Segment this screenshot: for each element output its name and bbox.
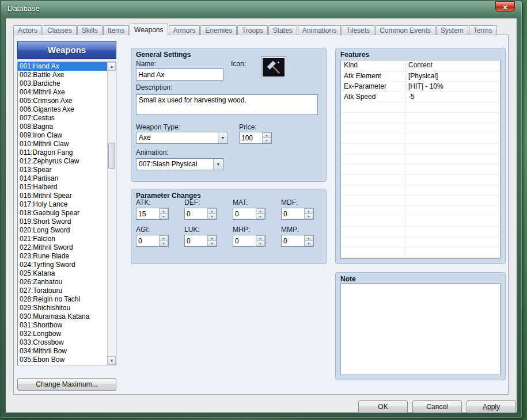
feature-row-empty[interactable] [341,237,500,247]
param-mat-spinner-input[interactable] [233,208,256,219]
weapon-item-003[interactable]: 003:Bardiche [18,79,107,88]
feature-row-empty[interactable] [341,216,500,227]
feature-row-empty[interactable] [341,133,500,144]
feature-row-empty[interactable] [341,206,500,216]
weapon-item-015[interactable]: 015:Halberd [18,183,107,192]
close-button[interactable]: ✕ [495,1,515,12]
change-maximum-button[interactable]: Change Maximum... [17,378,116,391]
weapon-item-029[interactable]: 029:Shichishitou [18,304,107,312]
tab-actors[interactable]: Actors [13,25,42,35]
param-def-spinner[interactable]: ▲▼ [184,208,217,220]
weapon-item-025[interactable]: 025:Katana [18,269,107,278]
param-mmp-spinner[interactable]: ▲▼ [281,235,314,247]
weapon-item-028[interactable]: 028:Reigin no Tachi [18,295,107,304]
animation-dropdown[interactable]: 007:Slash Physical ▼ [136,158,223,170]
dropdown-arrow-icon[interactable]: ▼ [218,132,228,143]
spinner-down-icon[interactable]: ▼ [262,138,271,143]
feature-row-empty[interactable] [341,123,500,133]
param-agi-spinner[interactable]: ▲▼ [136,235,169,247]
weapon-item-027[interactable]: 027:Toratouru [18,287,107,295]
param-agi-spinner-input[interactable] [137,235,159,246]
param-mat-spinner[interactable]: ▲▼ [233,208,266,220]
scroll-up-icon[interactable]: ▲ [108,62,116,71]
weapon-item-013[interactable]: 013:Spear [18,166,107,174]
weapon-item-011[interactable]: 011:Dragon Fang [18,148,107,157]
weapon-item-017[interactable]: 017:Holy Lance [18,200,107,209]
tab-classes[interactable]: Classes [43,25,77,35]
weapon-item-033[interactable]: 033:Crossbow [18,338,107,347]
weapon-item-034[interactable]: 034:Mithril Bow [18,347,107,356]
param-luk-spinner-input[interactable] [185,235,207,246]
weapon-item-012[interactable]: 012:Zephyrus Claw [18,157,107,166]
feature-row[interactable]: Atk Speed-5 [341,92,500,102]
feature-row-empty[interactable] [341,185,500,196]
weapon-type-dropdown[interactable]: Axe ▼ [136,132,228,144]
name-input[interactable] [136,68,223,81]
param-luk-spinner[interactable]: ▲▼ [184,235,217,247]
tab-items[interactable]: Items [103,25,129,35]
tab-weapons[interactable]: Weapons [130,24,168,36]
list-scrollbar[interactable]: ▲ ▼ [107,62,116,365]
feature-row-empty[interactable] [341,113,500,123]
spinner-down-icon[interactable]: ▼ [207,213,217,219]
apply-button[interactable]: Apply [467,400,516,413]
tab-tilesets[interactable]: Tilesets [342,25,374,35]
param-atk-spinner-input[interactable] [137,208,159,219]
scroll-down-icon[interactable]: ▼ [108,356,116,365]
weapon-item-010[interactable]: 010:Mithril Claw [18,140,107,148]
tab-terms[interactable]: Terms [469,25,497,35]
weapon-item-007[interactable]: 007:Cestus [18,114,107,123]
spinner-down-icon[interactable]: ▼ [159,240,168,246]
features-table[interactable]: Kind Content Atk Element[Physical]Ex-Par… [340,60,501,259]
param-mdf-spinner[interactable]: ▲▼ [281,208,314,220]
weapon-item-002[interactable]: 002:Battle Axe [18,71,107,79]
weapon-item-026[interactable]: 026:Zanbatou [18,278,107,287]
param-mhp-spinner[interactable]: ▲▼ [233,235,266,247]
weapon-item-019[interactable]: 019:Short Sword [18,217,107,226]
param-atk-spinner[interactable]: ▲▼ [136,208,169,220]
param-def-spinner-input[interactable] [185,208,207,219]
tab-skills[interactable]: Skills [77,25,103,35]
param-mhp-spinner-input[interactable] [233,235,256,246]
tab-armors[interactable]: Armors [169,25,200,35]
title-bar[interactable]: Database ✕ [1,1,522,18]
spinner-down-icon[interactable]: ▼ [256,213,265,219]
price-spinner[interactable]: ▲ ▼ [239,132,272,144]
feature-row-empty[interactable] [341,227,500,237]
weapon-item-024[interactable]: 024:Tyrfing Sword [18,261,107,269]
dropdown-arrow-icon[interactable]: ▼ [213,159,223,170]
weapon-item-020[interactable]: 020:Long Sword [18,226,107,235]
tab-system[interactable]: System [436,25,468,35]
weapon-item-030[interactable]: 030:Muramasa Katana [18,312,107,321]
weapon-item-035[interactable]: 035:Ebon Bow [18,356,107,364]
tab-troops[interactable]: Troops [237,25,268,35]
feature-row-empty[interactable] [341,247,500,258]
spinner-down-icon[interactable]: ▼ [207,240,217,246]
param-mmp-spinner-input[interactable] [282,235,304,246]
weapon-item-005[interactable]: 005:Crimson Axe [18,97,107,105]
spinner-down-icon[interactable]: ▼ [304,240,313,246]
weapon-item-001[interactable]: 001:Hand Ax [18,62,107,71]
feature-row-empty[interactable] [341,175,500,185]
ok-button[interactable]: OK [358,400,408,413]
param-mdf-spinner-input[interactable] [282,208,304,219]
scroll-thumb[interactable] [108,143,115,169]
feature-row-empty[interactable] [341,102,500,113]
weapon-item-014[interactable]: 014:Partisan [18,174,107,183]
feature-row-empty[interactable] [341,196,500,206]
weapon-icon-box[interactable] [261,57,286,78]
feature-row-empty[interactable] [341,154,500,165]
tab-states[interactable]: States [268,25,297,35]
weapon-item-006[interactable]: 006:Gigantes Axe [18,105,107,114]
weapon-item-009[interactable]: 009:Iron Claw [18,131,107,140]
note-input[interactable] [340,283,501,375]
weapon-item-023[interactable]: 023:Rune Blade [18,252,107,261]
weapon-item-021[interactable]: 021:Falcion [18,235,107,243]
weapon-item-016[interactable]: 016:Mithril Spear [18,192,107,200]
price-input[interactable] [240,132,262,143]
weapon-item-032[interactable]: 032:Longbow [18,330,107,338]
spinner-down-icon[interactable]: ▼ [159,213,168,219]
weapon-item-022[interactable]: 022:Mithril Sword [18,243,107,252]
tab-animations[interactable]: Animations [298,25,341,35]
cancel-button[interactable]: Cancel [412,400,462,413]
